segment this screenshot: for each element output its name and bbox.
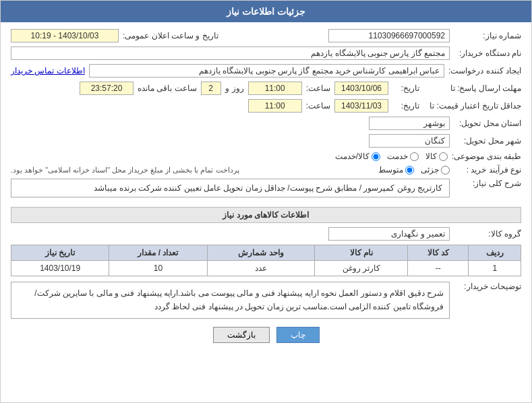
tarikh-label: تاریخ:	[392, 84, 419, 93]
radio-khadamat-item: خدمت	[387, 152, 419, 161]
rooz-label: روز و	[225, 84, 244, 93]
radio-jozii[interactable]	[441, 166, 450, 175]
shahr-label: شهر محل تحویل:	[454, 136, 521, 146]
mohlet-ersal-label: مهلت ارسال پاسخ: تا	[423, 84, 521, 93]
tabaghebandi-label: طبقه بندی موضوعی:	[452, 152, 521, 161]
tarikh-elan-label: تاریخ و ساعت اعلان عمومی:	[123, 31, 218, 40]
ettelaat-tamas-link[interactable]: اطلاعات تماس خریدار	[11, 66, 85, 75]
tabaghebandi-radio-group: کالا خدمت کالا/خدمت	[335, 152, 448, 161]
tarikh-label2: تاریخ:	[392, 101, 419, 111]
saat-label: ساعت:	[306, 84, 330, 93]
saat-label2: ساعت:	[306, 101, 330, 111]
ostan-label: استان محل تحویل:	[454, 119, 521, 128]
radio-motavaset-item: متوسط	[378, 165, 414, 175]
cell-kod_kala: --	[408, 261, 469, 276]
col-vahed: واحد شمارش	[207, 245, 315, 261]
ijad-konande-label: ایجاد کننده درخواست:	[448, 66, 521, 75]
mohlet-saat-mande: 23:57:20	[80, 82, 134, 95]
payment-note: پرداخت تمام با بخشی از مبلغ خریداز محل "…	[11, 166, 239, 175]
col-radif: ردیف	[469, 245, 521, 261]
radio-jozii-label: جزئی	[421, 165, 439, 175]
radio-kala-label: کالا	[425, 152, 437, 161]
cell-vahed: عدد	[207, 261, 315, 276]
touzih-value: شرح دقیق اقلام و دستور العمل نحوه ارایه …	[11, 282, 450, 319]
ijad-konande-value: عباس ابراهیمی کارشناس خرید مجتمع گاز پار…	[89, 64, 444, 78]
sharh-koli-value: کارتریج روغن کمپرسور / مطابق شرح پیوست/ …	[11, 179, 450, 197]
col-tarikh: تاریخ نیاز	[11, 245, 109, 261]
mohlet-date: 1403/10/06	[334, 82, 388, 95]
radio-kala-khadamat-label: کالا/خدمت	[335, 152, 370, 161]
chap-button[interactable]: چاپ	[276, 327, 320, 343]
radio-jozii-item: جزئی	[421, 165, 450, 175]
shahr-value: کنگان	[369, 134, 450, 148]
page-title: جزئیات اطلاعات نیاز	[227, 6, 305, 17]
cell-tedad: 10	[109, 261, 207, 276]
col-kod-kala: کد کالا	[408, 245, 469, 261]
shomare-niaz-value: 11030966697000592	[328, 29, 450, 42]
touzih-label: توضیحات خریدار:	[454, 282, 521, 291]
mohlet-saat: 11:00	[248, 82, 302, 95]
kala-table: ردیف کد کالا نام کالا واحد شمارش تعداد /…	[11, 245, 521, 276]
ostan-value: بوشهر	[369, 117, 450, 130]
mohlet-rooz: 2	[201, 82, 221, 95]
radio-kala-item: کالا	[425, 152, 448, 161]
grooh-kala-label: گروه کالا:	[454, 229, 521, 239]
etelaat-section-title: اطلاعات کالاهای مورد نیاز	[11, 207, 521, 223]
shomare-niaz-label: شماره نیاز:	[454, 31, 521, 40]
name-dastgah-value: مجتمع گاز پارس جنوبی پالایشگاه یازدهم	[11, 46, 450, 60]
jadval-label: جداقل تاریخ اعتبار قیمت: تا	[423, 101, 521, 111]
bazgasht-button[interactable]: بازگشت	[213, 327, 270, 343]
radio-kala[interactable]	[439, 152, 448, 161]
grooh-kala-value: تعمیر و نگهداری	[328, 227, 450, 241]
nooe-farayand-radio-group: جزئی متوسط	[378, 165, 450, 175]
radio-kala-khadamat[interactable]	[372, 152, 380, 161]
sharh-koli-label: شرح کلی نیاز:	[454, 179, 521, 188]
table-row: 1--کارتر روغنعدد101403/10/19	[11, 261, 521, 276]
radio-kala-khadamat-item: کالا/خدمت	[335, 152, 380, 161]
saat-mande-label: ساعت باقی مانده	[138, 84, 197, 93]
col-tedad: تعداد / مقدار	[109, 245, 207, 261]
cell-nam_kala: کارتر روغن	[315, 261, 408, 276]
col-nam-kala: نام کالا	[315, 245, 408, 261]
radio-motavaset[interactable]	[405, 166, 414, 175]
jadval-saat: 11:00	[248, 99, 302, 113]
cell-tarikh: 1403/10/19	[11, 261, 109, 276]
footer-buttons: چاپ بازگشت	[11, 327, 521, 343]
radio-khadamat-label: خدمت	[387, 152, 408, 161]
page-header: جزئیات اطلاعات نیاز	[1, 1, 531, 22]
radio-khadamat[interactable]	[410, 152, 419, 161]
tarikh-elan-value: 1403/10/03 - 10:19	[11, 29, 119, 42]
nooe-farayand-label: نوع فرآیند خرید :	[454, 165, 521, 175]
radio-motavaset-label: متوسط	[378, 165, 403, 175]
jadval-date: 1403/11/03	[334, 99, 388, 113]
name-dastgah-label: نام دستگاه خریدار:	[454, 49, 521, 58]
cell-radif: 1	[469, 261, 521, 276]
